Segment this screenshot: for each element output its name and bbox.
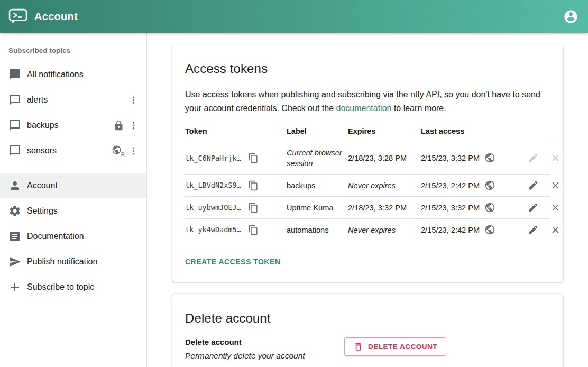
token-value: tk_LBVdN2xS9… (185, 180, 241, 190)
account-menu-button[interactable] (563, 9, 578, 24)
delete-token-icon[interactable] (550, 202, 561, 213)
token-value: tk_C6NPaHrjk… (185, 153, 241, 163)
token-label: automations (287, 219, 348, 241)
sidebar: Subscribed topics All notifications aler… (0, 33, 147, 367)
nav-label: Account (27, 181, 139, 190)
sidebar-item-all-notifications[interactable]: All notifications (0, 62, 146, 87)
globe-icon (484, 202, 495, 213)
access-tokens-description: Use access tokens when publishing and su… (185, 88, 550, 115)
delete-account-section-subtitle: Permanently delete your account (185, 351, 344, 361)
nav-label: Documentation (27, 232, 139, 241)
edit-token-icon (528, 152, 539, 163)
nav-label: Settings (27, 206, 139, 216)
topic-label: sensors (27, 146, 106, 155)
sidebar-item-backups[interactable]: backups (0, 113, 146, 138)
token-table-row: tk_C6NPaHrjk… Current browser session 2/… (185, 142, 550, 175)
delete-account-button-label: DELETE ACCOUNT (368, 343, 437, 351)
sidebar-item-publish-notification[interactable]: Publish notification (0, 249, 146, 274)
nav-label: Subscribe to topic (27, 282, 139, 292)
person-icon (8, 179, 21, 192)
column-header-token: Token (185, 123, 287, 142)
column-header-last-access: Last access (421, 123, 528, 142)
chat-bubble-outline-icon (8, 144, 21, 157)
chat-bubble-filled-icon (8, 68, 21, 81)
access-tokens-card: Access tokens Use access tokens when pub… (172, 44, 563, 282)
token-last-access: 2/15/23, 2:42 PM (421, 225, 480, 235)
token-value: tk_uybwmJOEJ… (185, 203, 241, 213)
token-value: tk_yk4wDadm5… (185, 225, 241, 235)
topic-label: backups (27, 121, 107, 130)
edit-token-icon[interactable] (528, 224, 539, 235)
edit-token-icon[interactable] (528, 202, 539, 213)
access-tokens-title: Access tokens (185, 61, 550, 76)
trash-icon (353, 342, 363, 352)
main-content: Access tokens Use access tokens when pub… (148, 33, 588, 367)
delete-account-row: Delete account Permanently delete your a… (185, 337, 550, 361)
token-table-row: tk_LBVdN2xS9… backups Never expires 2/15… (185, 175, 550, 197)
reserved-topic-globe-icon: R (112, 145, 124, 157)
account-circle-icon (563, 9, 578, 24)
delete-account-card: Delete account Delete account Permanentl… (172, 294, 563, 367)
more-vert-icon[interactable] (128, 145, 139, 157)
token-last-access: 2/15/23, 2:42 PM (421, 180, 480, 191)
token-expires: 2/18/23, 3:28 PM (348, 148, 421, 169)
delete-token-icon[interactable] (550, 180, 561, 191)
column-header-label: Label (287, 123, 348, 142)
send-icon (8, 255, 21, 268)
subscribed-topics-label: Subscribed topics (0, 40, 146, 62)
more-vert-icon[interactable] (128, 95, 139, 106)
delete-token-icon[interactable] (550, 224, 561, 235)
sidebar-item-alerts[interactable]: alerts (0, 87, 146, 113)
token-table-header: Token Label Expires Last access (185, 123, 550, 142)
topic-label: alerts (27, 95, 122, 105)
sidebar-item-sensors[interactable]: sensors R (0, 138, 146, 163)
article-icon (8, 230, 21, 243)
copy-icon[interactable] (248, 153, 259, 163)
sidebar-divider (0, 170, 146, 170)
lock-icon (113, 120, 124, 131)
token-table-row: tk_uybwmJOEJ… Uptime Kuma 2/18/23, 3:32 … (185, 197, 550, 219)
token-table-row: tk_yk4wDadm5… automations Never expires … (185, 219, 550, 241)
sidebar-item-settings[interactable]: Settings (0, 198, 146, 224)
globe-icon (484, 180, 495, 191)
reserved-marker: R (121, 152, 125, 158)
token-table: Token Label Expires Last access tk_C6NPa… (185, 123, 550, 241)
delete-account-button[interactable]: DELETE ACCOUNT (344, 337, 446, 356)
token-last-access: 2/15/23, 3:32 PM (421, 153, 480, 163)
token-label: backups (287, 175, 348, 196)
sidebar-item-documentation[interactable]: Documentation (0, 224, 146, 249)
token-label: Uptime Kuma (287, 197, 348, 218)
delete-account-section-title: Delete account (185, 337, 344, 346)
copy-icon[interactable] (248, 225, 259, 235)
token-expires: Never expires (348, 175, 421, 196)
sidebar-item-account[interactable]: Account (0, 173, 146, 198)
token-expires: 2/18/23, 3:32 PM (348, 197, 421, 218)
gear-icon (8, 205, 21, 217)
description-text: to learn more. (391, 104, 446, 113)
plus-icon (8, 281, 21, 293)
copy-icon[interactable] (248, 203, 259, 213)
create-access-token-button[interactable]: CREATE ACCESS TOKEN (185, 253, 284, 269)
delete-account-title: Delete account (185, 311, 550, 326)
topic-label: All notifications (27, 70, 139, 79)
app-bar: Account (0, 0, 588, 33)
copy-icon[interactable] (248, 180, 259, 191)
column-header-actions (528, 127, 550, 137)
nav-label: Publish notification (27, 257, 139, 267)
token-last-access: 2/15/23, 3:32 PM (421, 203, 480, 213)
token-label: Current browser session (287, 142, 348, 174)
chat-bubble-outline-icon (8, 94, 21, 106)
token-expires: Never expires (348, 219, 421, 241)
globe-icon (484, 152, 495, 163)
sidebar-item-subscribe-to-topic[interactable]: Subscribe to topic (0, 274, 146, 300)
ntfy-logo-icon (8, 8, 27, 25)
documentation-link[interactable]: documentation (336, 104, 392, 113)
chat-bubble-outline-icon (8, 119, 21, 132)
edit-token-icon[interactable] (528, 180, 539, 191)
column-header-expires: Expires (348, 123, 421, 142)
page-title: Account (34, 11, 78, 23)
globe-icon (484, 224, 495, 235)
more-vert-icon[interactable] (128, 120, 139, 131)
delete-token-icon (550, 152, 561, 163)
